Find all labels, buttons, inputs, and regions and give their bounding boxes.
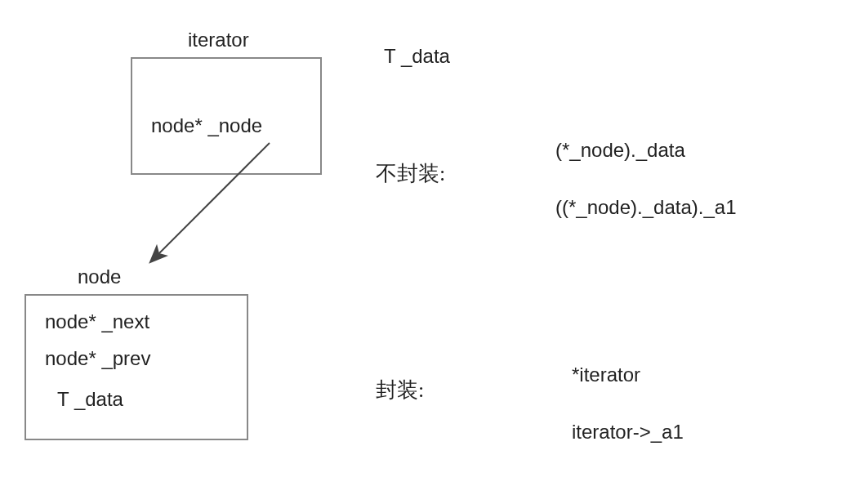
no-wrap-expr2: ((*_node)._data)._a1 bbox=[555, 196, 736, 219]
wrap-expr1: *iterator bbox=[572, 364, 640, 386]
node-title: node bbox=[78, 265, 121, 288]
wrap-expr2: iterator->_a1 bbox=[572, 421, 684, 444]
node-field-prev: node* _prev bbox=[45, 347, 150, 370]
t-data-label: T _data bbox=[384, 45, 450, 68]
iterator-field: node* _node bbox=[151, 114, 262, 137]
node-field-next: node* _next bbox=[45, 310, 149, 333]
iterator-title: iterator bbox=[188, 29, 249, 51]
node-field-data: T _data bbox=[57, 388, 123, 411]
no-wrap-expr1: (*_node)._data bbox=[555, 139, 685, 162]
no-wrap-label: 不封装: bbox=[376, 159, 445, 188]
wrap-label: 封装: bbox=[376, 376, 424, 404]
